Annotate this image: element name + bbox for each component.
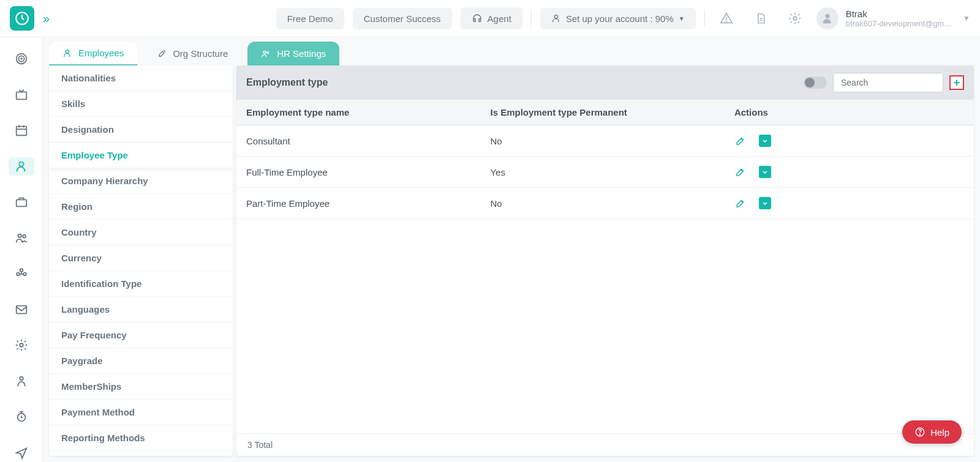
tab-hr-settings[interactable]: HR Settings xyxy=(247,42,339,65)
svg-point-16 xyxy=(23,273,26,276)
svg-rect-11 xyxy=(16,200,26,207)
rail-target-icon[interactable] xyxy=(9,50,34,69)
rail-person-icon[interactable] xyxy=(9,372,34,391)
divider xyxy=(704,10,705,27)
svg-point-2 xyxy=(726,21,726,22)
column-permanent: Is Employment type Permanent xyxy=(490,107,734,117)
rail-mail-icon[interactable] xyxy=(9,300,34,319)
customer-success-button[interactable]: Customer Success xyxy=(353,8,452,29)
column-actions: Actions xyxy=(734,107,964,117)
rail-users-icon[interactable] xyxy=(9,229,34,248)
cell-name: Full-Time Employee xyxy=(246,167,490,177)
table-row: Part-Time Employee No xyxy=(236,188,974,219)
archived-toggle[interactable] xyxy=(804,76,827,89)
agent-button[interactable]: Agent xyxy=(461,7,522,29)
person-icon xyxy=(551,13,561,23)
setting-memberships[interactable]: MemberShips xyxy=(49,374,233,400)
tools-icon xyxy=(157,49,167,59)
setting-employee-type[interactable]: Employee Type xyxy=(49,143,233,168)
headset-icon xyxy=(472,13,483,24)
help-button[interactable]: Help xyxy=(902,420,962,444)
svg-rect-17 xyxy=(16,305,26,313)
cell-permanent: No xyxy=(490,136,734,146)
search-input[interactable] xyxy=(833,73,943,92)
setting-currency[interactable]: Currency xyxy=(49,245,233,271)
settings-icon[interactable] xyxy=(782,6,808,31)
setting-languages[interactable]: Languages xyxy=(49,297,233,322)
person-icon xyxy=(62,48,72,58)
svg-point-13 xyxy=(23,235,26,238)
setting-designation[interactable]: Designation xyxy=(49,117,233,143)
setting-country[interactable]: Country xyxy=(49,220,233,245)
avatar xyxy=(816,7,839,29)
archive-icon[interactable] xyxy=(759,135,771,147)
free-demo-button[interactable]: Free Demo xyxy=(276,8,344,29)
svg-point-23 xyxy=(267,51,269,53)
rail-group-icon[interactable] xyxy=(9,264,34,283)
sidebar-expand-icon[interactable]: » xyxy=(43,12,50,26)
setting-nationalities[interactable]: Nationalities xyxy=(49,65,233,91)
svg-point-1 xyxy=(554,15,557,18)
setting-skills[interactable]: Skills xyxy=(49,91,233,117)
svg-point-18 xyxy=(20,344,23,348)
setting-company-hierarchy[interactable]: Company Hierarchy xyxy=(49,168,233,194)
settings-sidebar: Nationalities Skills Designation Employe… xyxy=(49,65,233,456)
svg-point-19 xyxy=(20,376,23,380)
add-button[interactable]: + xyxy=(949,75,964,90)
employment-type-panel: Employment type + Employment type name I… xyxy=(236,65,974,456)
alert-icon[interactable] xyxy=(714,6,739,31)
setting-identification-type[interactable]: Identification Type xyxy=(49,271,233,297)
tab-employees[interactable]: Employees xyxy=(49,42,137,65)
people-icon xyxy=(261,49,271,59)
user-name: Btrak xyxy=(846,9,951,19)
cell-name: Part-Time Employee xyxy=(246,198,490,209)
tab-org-structure[interactable]: Org Structure xyxy=(143,42,241,65)
left-nav-rail xyxy=(0,37,43,462)
rail-clock-icon[interactable] xyxy=(9,408,34,427)
svg-point-3 xyxy=(793,17,797,20)
column-name: Employment type name xyxy=(246,107,490,117)
rail-calendar-icon[interactable] xyxy=(9,121,34,140)
svg-point-4 xyxy=(825,14,829,18)
archive-icon[interactable] xyxy=(759,166,771,178)
section-tabs: Employees Org Structure HR Settings xyxy=(43,37,980,65)
edit-icon[interactable] xyxy=(734,135,747,147)
svg-point-14 xyxy=(20,269,23,272)
setting-payment-method[interactable]: Payment Method xyxy=(49,400,233,425)
panel-title: Employment type xyxy=(246,77,328,88)
setup-account-button[interactable]: Set up your account : 90% ▼ xyxy=(540,8,696,29)
table-row: Consultant No xyxy=(236,125,974,157)
user-email: btrak607-development@gm... xyxy=(846,19,951,28)
setting-paygrade[interactable]: Paygrade xyxy=(49,348,233,374)
svg-rect-9 xyxy=(16,127,26,136)
svg-point-10 xyxy=(19,162,23,166)
panel-header: Employment type + xyxy=(236,65,974,100)
panel-footer: 3 Total xyxy=(236,433,974,456)
help-icon xyxy=(914,427,925,438)
divider xyxy=(531,10,532,27)
edit-icon[interactable] xyxy=(734,197,747,209)
table-row: Full-Time Employee Yes xyxy=(236,157,974,188)
rail-briefcase-icon[interactable] xyxy=(9,193,34,212)
svg-point-7 xyxy=(21,58,22,59)
rail-gear-icon[interactable] xyxy=(9,336,34,355)
rail-tv-icon[interactable] xyxy=(9,86,34,105)
svg-point-21 xyxy=(66,50,69,53)
user-menu[interactable]: Btrak btrak607-development@gm... ▼ xyxy=(816,7,970,29)
document-icon[interactable] xyxy=(748,6,774,31)
rail-people-icon[interactable] xyxy=(9,157,34,176)
edit-icon[interactable] xyxy=(734,166,747,178)
app-logo[interactable] xyxy=(10,6,34,31)
archive-icon[interactable] xyxy=(759,197,771,209)
rail-navigation-icon[interactable] xyxy=(9,444,34,463)
setting-pay-frequency[interactable]: Pay Frequency xyxy=(49,322,233,348)
setting-region[interactable]: Region xyxy=(49,194,233,220)
setting-reporting-methods[interactable]: Reporting Methods xyxy=(49,425,233,451)
svg-point-12 xyxy=(18,234,21,237)
svg-point-22 xyxy=(263,51,266,53)
svg-point-25 xyxy=(920,434,921,434)
top-header: » Free Demo Customer Success Agent Set u… xyxy=(0,0,980,37)
cell-permanent: Yes xyxy=(490,167,734,177)
table-header: Employment type name Is Employment type … xyxy=(236,100,974,125)
svg-point-15 xyxy=(17,273,20,276)
